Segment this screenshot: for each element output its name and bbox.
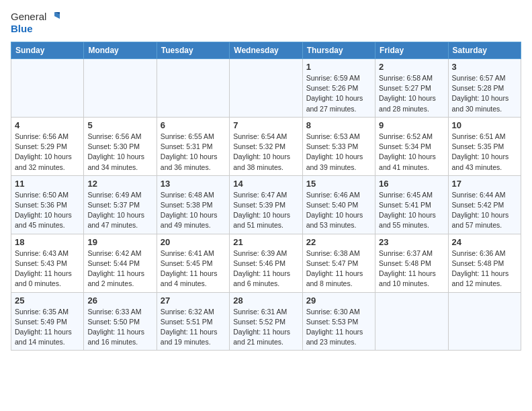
calendar-cell: [448, 292, 521, 351]
calendar-cell: 1Sunrise: 6:59 AM Sunset: 5:26 PM Daylig…: [302, 59, 375, 118]
calendar-cell: 21Sunrise: 6:39 AM Sunset: 5:46 PM Dayli…: [230, 234, 302, 292]
day-number: 6: [161, 120, 226, 130]
day-info: Sunrise: 6:46 AM Sunset: 5:40 PM Dayligh…: [306, 190, 371, 231]
weekday-header-thursday: Thursday: [302, 42, 375, 59]
calendar-cell: 26Sunrise: 6:33 AM Sunset: 5:50 PM Dayli…: [84, 292, 157, 351]
calendar-cell: 4Sunrise: 6:56 AM Sunset: 5:29 PM Daylig…: [11, 117, 84, 175]
calendar-cell: 19Sunrise: 6:42 AM Sunset: 5:44 PM Dayli…: [84, 234, 157, 292]
weekday-header-tuesday: Tuesday: [157, 42, 229, 59]
day-info: Sunrise: 6:50 AM Sunset: 5:36 PM Dayligh…: [15, 190, 80, 231]
day-info: Sunrise: 6:52 AM Sunset: 5:34 PM Dayligh…: [379, 132, 444, 173]
calendar-cell: 3Sunrise: 6:57 AM Sunset: 5:28 PM Daylig…: [448, 59, 521, 118]
day-number: 21: [233, 237, 298, 247]
day-number: 23: [379, 237, 444, 247]
day-number: 20: [161, 237, 226, 247]
calendar-cell: 15Sunrise: 6:46 AM Sunset: 5:40 PM Dayli…: [302, 175, 375, 234]
day-info: Sunrise: 6:54 AM Sunset: 5:32 PM Dayligh…: [233, 132, 298, 173]
day-number: 17: [452, 179, 517, 189]
day-info: Sunrise: 6:51 AM Sunset: 5:35 PM Dayligh…: [452, 132, 517, 173]
day-number: 15: [306, 179, 371, 189]
day-info: Sunrise: 6:42 AM Sunset: 5:44 PM Dayligh…: [87, 248, 152, 289]
calendar-table: SundayMondayTuesdayWednesdayThursdayFrid…: [11, 42, 521, 351]
day-info: Sunrise: 6:39 AM Sunset: 5:46 PM Dayligh…: [233, 248, 298, 289]
calendar-cell: 11Sunrise: 6:50 AM Sunset: 5:36 PM Dayli…: [11, 175, 84, 234]
day-number: 2: [379, 62, 444, 72]
day-number: 8: [306, 120, 371, 130]
day-number: 22: [306, 237, 371, 247]
weekday-header-row: SundayMondayTuesdayWednesdayThursdayFrid…: [11, 42, 521, 59]
weekday-header-wednesday: Wednesday: [230, 42, 302, 59]
calendar-cell: [11, 59, 84, 118]
calendar-cell: 28Sunrise: 6:31 AM Sunset: 5:52 PM Dayli…: [230, 292, 302, 351]
day-info: Sunrise: 6:56 AM Sunset: 5:29 PM Dayligh…: [15, 132, 80, 173]
calendar-cell: [375, 292, 448, 351]
calendar-week-row: 25Sunrise: 6:35 AM Sunset: 5:49 PM Dayli…: [11, 292, 521, 351]
day-number: 13: [161, 179, 226, 189]
calendar-cell: 18Sunrise: 6:43 AM Sunset: 5:43 PM Dayli…: [11, 234, 84, 292]
weekday-header-saturday: Saturday: [448, 42, 521, 59]
day-number: 24: [452, 237, 517, 247]
calendar-cell: 14Sunrise: 6:47 AM Sunset: 5:39 PM Dayli…: [230, 175, 302, 234]
calendar-cell: 7Sunrise: 6:54 AM Sunset: 5:32 PM Daylig…: [230, 117, 302, 175]
calendar-cell: 13Sunrise: 6:48 AM Sunset: 5:38 PM Dayli…: [157, 175, 229, 234]
day-number: 26: [87, 295, 152, 306]
day-info: Sunrise: 6:35 AM Sunset: 5:49 PM Dayligh…: [15, 307, 80, 348]
day-info: Sunrise: 6:48 AM Sunset: 5:38 PM Dayligh…: [161, 190, 226, 231]
day-info: Sunrise: 6:31 AM Sunset: 5:52 PM Dayligh…: [233, 307, 298, 348]
calendar-cell: 5Sunrise: 6:56 AM Sunset: 5:30 PM Daylig…: [84, 117, 157, 175]
day-number: 16: [379, 179, 444, 189]
logo-general-text: General: [11, 11, 46, 23]
day-number: 4: [15, 120, 80, 130]
calendar-cell: 8Sunrise: 6:53 AM Sunset: 5:33 PM Daylig…: [302, 117, 375, 175]
logo: General Blue: [11, 11, 60, 35]
logo-blue-text: Blue: [11, 23, 60, 35]
day-info: Sunrise: 6:45 AM Sunset: 5:41 PM Dayligh…: [379, 190, 444, 231]
day-number: 1: [306, 62, 371, 72]
day-number: 12: [87, 179, 152, 189]
page-header: General Blue: [11, 11, 521, 35]
day-number: 11: [15, 179, 80, 189]
calendar-week-row: 11Sunrise: 6:50 AM Sunset: 5:36 PM Dayli…: [11, 175, 521, 234]
calendar-cell: 24Sunrise: 6:36 AM Sunset: 5:48 PM Dayli…: [448, 234, 521, 292]
calendar-cell: [84, 59, 157, 118]
day-number: 14: [233, 179, 298, 189]
weekday-header-sunday: Sunday: [11, 42, 84, 59]
calendar-week-row: 18Sunrise: 6:43 AM Sunset: 5:43 PM Dayli…: [11, 234, 521, 292]
day-info: Sunrise: 6:53 AM Sunset: 5:33 PM Dayligh…: [306, 132, 371, 173]
calendar-cell: 6Sunrise: 6:55 AM Sunset: 5:31 PM Daylig…: [157, 117, 229, 175]
calendar-cell: 27Sunrise: 6:32 AM Sunset: 5:51 PM Dayli…: [157, 292, 229, 351]
calendar-cell: 10Sunrise: 6:51 AM Sunset: 5:35 PM Dayli…: [448, 117, 521, 175]
day-info: Sunrise: 6:55 AM Sunset: 5:31 PM Dayligh…: [161, 132, 226, 173]
calendar-cell: 20Sunrise: 6:41 AM Sunset: 5:45 PM Dayli…: [157, 234, 229, 292]
day-info: Sunrise: 6:32 AM Sunset: 5:51 PM Dayligh…: [161, 307, 226, 348]
day-info: Sunrise: 6:49 AM Sunset: 5:37 PM Dayligh…: [87, 190, 152, 231]
day-number: 9: [379, 120, 444, 130]
day-number: 27: [161, 295, 226, 306]
day-number: 7: [233, 120, 298, 130]
day-number: 25: [15, 295, 80, 306]
day-info: Sunrise: 6:58 AM Sunset: 5:27 PM Dayligh…: [379, 73, 444, 114]
day-info: Sunrise: 6:43 AM Sunset: 5:43 PM Dayligh…: [15, 248, 80, 289]
day-info: Sunrise: 6:57 AM Sunset: 5:28 PM Dayligh…: [452, 73, 517, 114]
day-info: Sunrise: 6:59 AM Sunset: 5:26 PM Dayligh…: [306, 73, 371, 114]
day-number: 5: [87, 120, 152, 130]
day-info: Sunrise: 6:38 AM Sunset: 5:47 PM Dayligh…: [306, 248, 371, 289]
calendar-cell: 17Sunrise: 6:44 AM Sunset: 5:42 PM Dayli…: [448, 175, 521, 234]
day-number: 29: [306, 295, 371, 306]
day-number: 19: [87, 237, 152, 247]
day-number: 3: [452, 62, 517, 72]
logo-container: General Blue: [11, 11, 60, 35]
day-info: Sunrise: 6:30 AM Sunset: 5:53 PM Dayligh…: [306, 307, 371, 348]
day-info: Sunrise: 6:56 AM Sunset: 5:30 PM Dayligh…: [87, 132, 152, 173]
day-number: 10: [452, 120, 517, 130]
calendar-cell: 25Sunrise: 6:35 AM Sunset: 5:49 PM Dayli…: [11, 292, 84, 351]
calendar-cell: 12Sunrise: 6:49 AM Sunset: 5:37 PM Dayli…: [84, 175, 157, 234]
day-info: Sunrise: 6:41 AM Sunset: 5:45 PM Dayligh…: [161, 248, 226, 289]
day-info: Sunrise: 6:37 AM Sunset: 5:48 PM Dayligh…: [379, 248, 444, 289]
calendar-week-row: 1Sunrise: 6:59 AM Sunset: 5:26 PM Daylig…: [11, 59, 521, 118]
calendar-week-row: 4Sunrise: 6:56 AM Sunset: 5:29 PM Daylig…: [11, 117, 521, 175]
calendar-cell: 9Sunrise: 6:52 AM Sunset: 5:34 PM Daylig…: [375, 117, 448, 175]
day-info: Sunrise: 6:33 AM Sunset: 5:50 PM Dayligh…: [87, 307, 152, 348]
calendar-cell: 16Sunrise: 6:45 AM Sunset: 5:41 PM Dayli…: [375, 175, 448, 234]
calendar-cell: 29Sunrise: 6:30 AM Sunset: 5:53 PM Dayli…: [302, 292, 375, 351]
